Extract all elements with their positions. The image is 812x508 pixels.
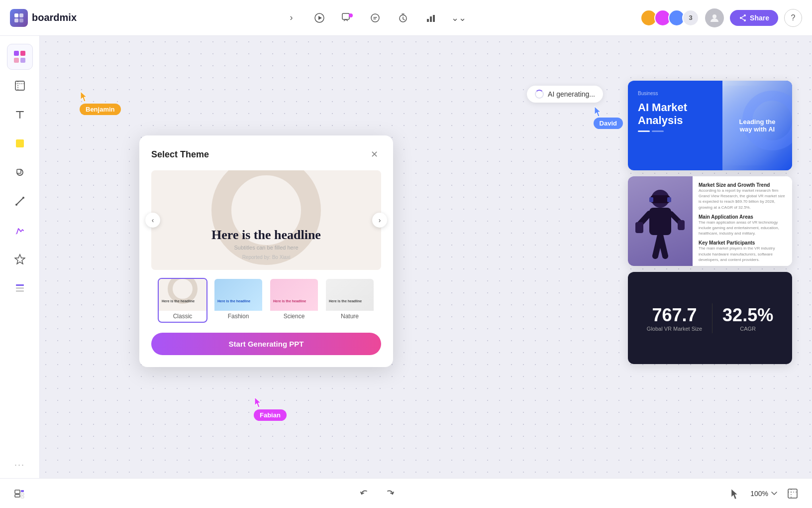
header-toolbar: › ⌄⌄	[109, 9, 640, 27]
slide-1-right: Leading theway with AI	[722, 81, 792, 170]
svg-line-19	[742, 16, 744, 17]
logo-icon[interactable]	[10, 9, 28, 27]
stat-cagr: 32.5% CAGR	[722, 305, 773, 332]
theme-options: Here is the headline Classic Here is the…	[151, 278, 381, 323]
select-theme-dialog: Select Theme ✕ Here is the headline Subt…	[139, 135, 393, 367]
sidebar-shape-tool[interactable]	[7, 159, 33, 185]
cagr-label: CAGR	[722, 326, 773, 332]
sidebar-connector-tool[interactable]	[7, 188, 33, 214]
svg-rect-2	[14, 18, 18, 22]
ai-generating-badge: AI generating...	[527, 86, 603, 103]
slide-1-subtitle: Leading theway with AI	[734, 113, 781, 138]
stat-divider	[712, 303, 712, 333]
preview-slide: Here is the headline Subtitles can be fi…	[151, 170, 381, 270]
next-theme-button[interactable]: ›	[372, 213, 387, 228]
svg-rect-0	[14, 13, 18, 17]
present-icon[interactable]	[338, 9, 356, 27]
svg-rect-30	[16, 290, 24, 292]
svg-point-7	[349, 13, 353, 17]
slide-2-content: Market Size and Growth Trend According t…	[628, 176, 792, 266]
sidebar-note-tool[interactable]	[7, 130, 33, 156]
zoom-control[interactable]: 100%	[750, 490, 777, 498]
theme-classic-label: Classic	[159, 311, 206, 322]
preview-reported: Reported by: Bo Xiaxi	[211, 254, 321, 260]
svg-rect-34	[667, 197, 671, 202]
theme-fashion[interactable]: Here is the headline Fashion	[213, 278, 263, 323]
avatar-count: 3	[682, 9, 699, 26]
svg-rect-13	[430, 16, 432, 22]
sidebar-ai-tool[interactable]	[7, 246, 33, 272]
stat-market-size: Market Size and Growth Trend According t…	[699, 182, 786, 210]
stat-participants: Key Market Participants The main market …	[699, 240, 786, 262]
prev-theme-button[interactable]: ‹	[145, 213, 160, 228]
slide-1-title: AI MarketAnalysis	[638, 101, 712, 127]
close-dialog-button[interactable]: ✕	[367, 147, 381, 161]
svg-rect-33	[649, 197, 653, 202]
market-value-label: Global VR Market Size	[647, 326, 702, 332]
comment-icon[interactable]	[366, 9, 384, 27]
svg-point-18	[744, 19, 746, 21]
svg-rect-21	[15, 81, 24, 90]
slide-1-left: Business AI MarketAnalysis	[628, 81, 722, 170]
canvas-area[interactable]: Benjamin David AI generating... Select T…	[40, 36, 812, 478]
theme-classic-thumb[interactable]: Here is the headline Classic	[158, 278, 207, 323]
cursor-tool-button[interactable]	[725, 484, 744, 503]
dialog-header: Select Theme ✕	[151, 147, 381, 161]
help-button[interactable]: ?	[784, 9, 802, 27]
undo-button[interactable]	[355, 484, 374, 503]
share-button[interactable]: Share	[730, 10, 778, 26]
header-right: 3 Share ?	[640, 8, 802, 27]
svg-point-26	[22, 197, 24, 199]
chart-icon[interactable]	[422, 9, 440, 27]
preview-subtitle: Subtitles can be filled here	[211, 245, 321, 251]
sidebar-frame-tool[interactable]	[7, 73, 33, 99]
svg-point-25	[15, 204, 17, 206]
svg-rect-47	[788, 489, 797, 498]
svg-point-15	[712, 14, 716, 18]
sidebar-draw-tool[interactable]	[7, 217, 33, 243]
bottom-toolbar: 100%	[0, 478, 812, 508]
theme-science[interactable]: Here is the headline Science	[269, 278, 319, 323]
collapse-icon[interactable]: ›	[283, 9, 301, 27]
sidebar-template-item[interactable]	[7, 44, 33, 70]
theme-science-thumb[interactable]: Here is the headline Science	[269, 278, 319, 323]
sidebar-list-tool[interactable]	[7, 275, 33, 301]
zoom-level: 100%	[750, 490, 768, 498]
redo-button[interactable]	[380, 484, 399, 503]
start-generating-button[interactable]: Start Generating PPT	[151, 333, 381, 355]
theme-preview: Here is the headline Subtitles can be fi…	[151, 170, 381, 270]
theme-fashion-thumb[interactable]: Here is the headline Fashion	[213, 278, 263, 323]
svg-marker-5	[318, 16, 322, 20]
dialog-title: Select Theme	[151, 149, 209, 160]
current-user-avatar[interactable]	[705, 8, 724, 27]
spinner-icon	[535, 90, 544, 99]
svg-rect-46	[21, 496, 24, 498]
svg-rect-6	[342, 13, 349, 19]
svg-rect-35	[649, 208, 671, 235]
svg-point-10	[371, 14, 379, 22]
more-icon[interactable]: ⌄⌄	[450, 9, 468, 27]
app-name: boardmix	[32, 12, 77, 23]
theme-nature[interactable]: Here is the headline Nature	[325, 278, 375, 323]
preview-headline: Here is the headline	[211, 228, 321, 243]
slide-card-2: Market Size and Growth Trend According t…	[628, 176, 792, 266]
svg-rect-29	[16, 287, 24, 289]
slides-panel-button[interactable]	[10, 484, 29, 503]
sidebar-text-tool[interactable]	[7, 102, 33, 127]
logo-area: boardmix	[10, 9, 109, 27]
bottom-center-tools	[355, 484, 399, 503]
theme-classic[interactable]: Here is the headline Classic	[158, 278, 207, 323]
svg-rect-12	[427, 19, 429, 22]
slide-2-image	[628, 176, 693, 266]
svg-rect-39	[635, 222, 643, 233]
david-label: David	[594, 118, 623, 129]
play-icon[interactable]	[310, 9, 328, 27]
cursor-benjamin: Benjamin	[80, 91, 121, 115]
minimap-button[interactable]	[783, 484, 802, 503]
svg-rect-28	[16, 284, 24, 286]
theme-nature-thumb[interactable]: Here is the headline Nature	[325, 278, 375, 323]
slide-card-3: 767.7 Global VR Market Size 32.5% CAGR	[628, 272, 792, 364]
timer-icon[interactable]	[394, 9, 412, 27]
sidebar-more[interactable]: ···	[14, 460, 25, 470]
svg-point-17	[744, 14, 746, 16]
